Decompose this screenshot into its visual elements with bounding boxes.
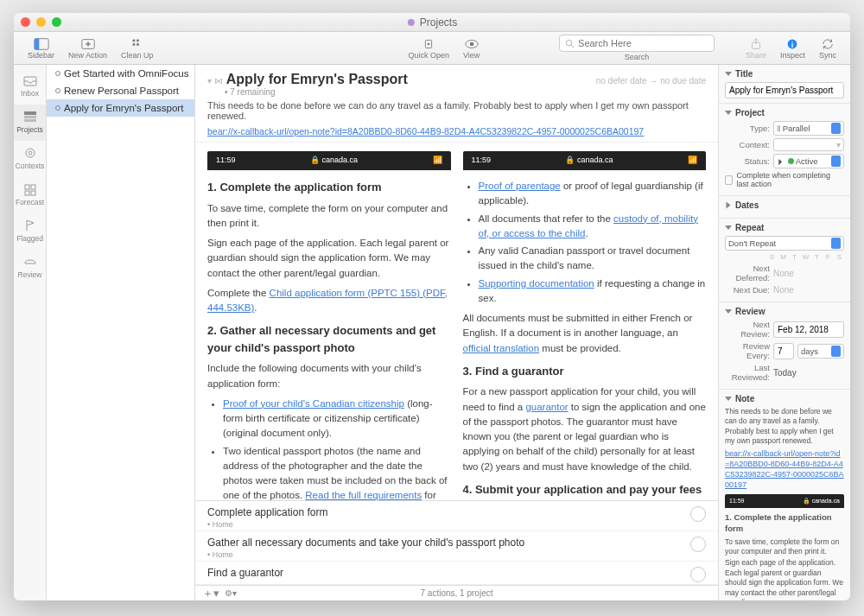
maximize-window[interactable]	[52, 17, 61, 27]
projects-perspective[interactable]: Projects	[14, 105, 46, 141]
inbox-perspective[interactable]: Inbox	[14, 68, 46, 105]
svg-rect-20	[24, 111, 36, 115]
svg-text:i: i	[791, 40, 794, 48]
item-description: This needs to be done before we can do a…	[207, 100, 706, 121]
task-row[interactable]: Gather all necessary documents and take …	[195, 531, 718, 562]
svg-point-24	[29, 151, 32, 155]
svg-point-23	[26, 149, 35, 157]
search-input[interactable]	[559, 35, 715, 52]
project-status-icon	[55, 88, 60, 93]
task-checkbox[interactable]	[690, 567, 706, 582]
svg-rect-21	[24, 116, 36, 118]
svg-rect-25	[25, 185, 29, 189]
search-label: Search	[625, 53, 650, 61]
type-select[interactable]: ⫴ Parallel	[773, 121, 844, 136]
svg-rect-8	[132, 43, 135, 46]
clean-up-button[interactable]: Clean Up	[114, 35, 161, 61]
window-title: Projects	[407, 16, 457, 29]
quick-open-button[interactable]: Quick Open	[401, 35, 456, 61]
complete-checkbox[interactable]	[725, 175, 733, 185]
add-button[interactable]: ＋▾	[202, 586, 219, 601]
phone-statusbar: 11:59🔒 canada.ca📶	[207, 151, 451, 170]
sync-button[interactable]: Sync	[812, 35, 843, 61]
svg-rect-27	[25, 191, 29, 195]
item-header: ▾ ⋈ Apply for Emryn's Passport no defer …	[195, 65, 718, 143]
review-every-num[interactable]	[773, 343, 794, 359]
note-content: 11:59🔒 canada.ca📶 1. Complete the applic…	[195, 143, 718, 500]
item-title[interactable]: Apply for Emryn's Passport	[226, 72, 408, 87]
title-field[interactable]	[725, 82, 844, 98]
item-dates: no defer date → no due date	[596, 76, 706, 86]
svg-rect-7	[137, 39, 139, 41]
review-unit-select[interactable]: days	[797, 344, 844, 359]
svg-point-14	[566, 40, 571, 45]
project-status-icon	[55, 105, 60, 111]
project-status-icon	[55, 71, 60, 76]
svg-rect-26	[31, 185, 35, 189]
task-checkbox[interactable]	[690, 506, 706, 522]
perspective-bar: Inbox Projects Contexts Forecast Flagged…	[14, 65, 47, 600]
project-row[interactable]: Renew Personal Passport	[47, 82, 194, 99]
footer-bar: ＋▾ ⚙▾ 7 actions, 1 project	[195, 585, 718, 600]
repeat-select[interactable]: Don't Repeat	[725, 236, 844, 251]
close-window[interactable]	[21, 17, 30, 27]
titlebar: Projects	[14, 13, 850, 32]
search-icon	[565, 39, 575, 48]
svg-point-11	[428, 42, 430, 45]
svg-rect-28	[31, 191, 35, 195]
inspect-button[interactable]: i Inspect	[773, 35, 812, 61]
inspector-panel: Title Project Type:⫴ Parallel Context:▾ …	[719, 65, 850, 600]
toolbar: Sidebar New Action Clean Up Quick Open V…	[14, 32, 850, 65]
review-perspective[interactable]: Review	[14, 250, 46, 286]
task-row[interactable]: Find a guarantor	[195, 562, 718, 585]
status-select[interactable]: ⏵ Active	[773, 154, 844, 168]
svg-line-15	[571, 45, 574, 48]
phone-statusbar: 11:59🔒 canada.ca📶	[463, 151, 707, 170]
footer-count: 7 actions, 1 project	[421, 588, 493, 598]
flagged-perspective[interactable]: Flagged	[14, 213, 46, 250]
new-action-button[interactable]: New Action	[61, 35, 114, 61]
tasks-list: Complete application form• Home Gather a…	[195, 500, 718, 585]
task-checkbox[interactable]	[690, 537, 706, 552]
context-select[interactable]: ▾	[773, 138, 844, 151]
inspector-note[interactable]: This needs to be done before we can do a…	[725, 407, 844, 600]
gear-icon[interactable]: ⚙▾	[225, 588, 237, 598]
sidebar-button[interactable]: Sidebar	[21, 35, 61, 61]
svg-rect-2	[34, 38, 38, 49]
task-row[interactable]: Complete application form• Home	[195, 501, 718, 531]
svg-rect-6	[132, 39, 135, 41]
svg-rect-9	[137, 43, 139, 46]
svg-point-0	[408, 19, 415, 26]
svg-rect-22	[24, 119, 36, 122]
forecast-perspective[interactable]: Forecast	[14, 177, 46, 213]
project-row[interactable]: Get Started with OmniFocus	[47, 65, 194, 82]
project-row[interactable]: Apply for Emryn's Passport	[47, 99, 194, 117]
project-list: Get Started with OmniFocus Renew Persona…	[47, 65, 195, 600]
view-button[interactable]: View	[456, 35, 486, 61]
contexts-perspective[interactable]: Contexts	[14, 141, 46, 177]
minimize-window[interactable]	[36, 17, 46, 27]
svg-point-13	[469, 41, 473, 46]
next-review-field[interactable]	[773, 321, 844, 338]
bear-link[interactable]: bear://x-callback-url/open-note?id=8A20B…	[207, 126, 706, 137]
share-button[interactable]: Share	[739, 35, 773, 61]
